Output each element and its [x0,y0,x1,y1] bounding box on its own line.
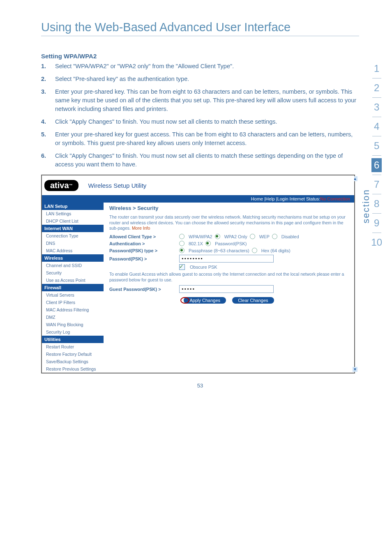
sidebar-item[interactable]: Restore Factory Default [42,350,104,358]
radio-wpawpa2[interactable] [179,234,184,239]
step-num: 5. [41,130,55,147]
sidebar-cat-wan[interactable]: Internet WAN [42,225,104,232]
auth-label: Authentication > [109,241,179,246]
page-number: 53 [41,383,359,389]
step-text: Click "Apply Changes" to finish. You mus… [55,118,277,126]
sidebar-item[interactable]: DHCP Client List [42,217,104,225]
embedded-screenshot: ▲ ativa™ Wireless Setup Utility Home |He… [41,175,355,373]
rail-7[interactable]: 7 [371,177,382,191]
sidebar-item[interactable]: Channel and SSID [42,262,104,269]
rail-6[interactable]: 6 [371,158,382,172]
psktype-label: Password(PSK) type > [109,248,179,253]
sidebar-item[interactable]: Security [42,269,104,277]
rail-2[interactable]: 2 [371,81,382,95]
step-num: 2. [41,75,55,83]
sidebar: LAN Setup LAN Settings DHCP Client List … [42,203,104,373]
rail-9[interactable]: 9 [371,216,382,230]
psk-label: Password(PSK) > [109,256,179,261]
sidebar-item[interactable]: DMZ [42,313,104,321]
sidebar-item[interactable]: Client IP Filters [42,299,104,306]
obscure-checkbox[interactable] [179,264,185,270]
page-title: Using the Web-Based Advanced User Interf… [41,21,359,36]
sidebar-item[interactable]: DNS [42,240,104,247]
step-text: Enter your pre-shared key for guest acce… [55,130,359,147]
sidebar-item[interactable]: Restart Router [42,343,104,350]
description: The router can transmit your data secure… [109,214,348,231]
apply-button[interactable]: Apply Changes [184,297,226,304]
sidebar-item[interactable]: Restore Previous Settings [42,365,104,373]
status-bar: Home |Help |Login Internet Status:No Con… [42,195,354,203]
rail-5[interactable]: 5 [371,139,382,153]
subheading: Setting WPA/WPA2 [41,53,359,60]
sidebar-cat-firewall[interactable]: Firewall [42,284,104,291]
clear-button[interactable]: Clear Changes [232,297,274,304]
radio-8021x[interactable] [179,241,184,246]
radio-hex[interactable] [252,248,257,253]
rail-4[interactable]: 4 [371,120,382,134]
utility-title: Wireless Setup Utility [88,182,147,189]
step-num: 3. [41,88,55,113]
radio-wep[interactable] [250,234,255,239]
radio-wpa2only[interactable] [215,234,220,239]
sidebar-item[interactable]: Connection Type [42,232,104,240]
sidebar-item[interactable]: Use as Access Point [42,277,104,284]
step-text: Select "Pre-shared key" as the authentic… [55,75,189,83]
guest-desc: To enable Guest Access which allows gues… [109,272,348,283]
radio-passphrase[interactable] [179,248,184,253]
step-num: 1. [41,62,55,71]
logo: ativa™ [44,180,78,191]
guest-psk-label: Guest Password(PSK) > [109,287,179,292]
sidebar-item[interactable]: Virtual Servers [42,291,104,299]
sidebar-item[interactable]: LAN Settings [42,210,104,217]
sidebar-cat-utilities[interactable]: Utilities [42,336,104,343]
rail-3[interactable]: 3 [371,100,382,114]
step-num: 4. [41,118,55,126]
status-value: No Connection [320,196,350,201]
rail-8[interactable]: 8 [371,197,382,211]
guest-psk-input[interactable] [179,285,274,293]
rail-10[interactable]: 10 [369,235,385,249]
sidebar-item[interactable]: Security Log [42,328,104,336]
step-num: 6. [41,152,55,169]
allowed-client-label: Allowed Client Type > [109,234,179,239]
radio-psk[interactable] [205,241,211,246]
psk-input[interactable] [179,255,274,263]
step-text: Select "WPA/WPA2" or "WPA2 only" from th… [55,62,234,71]
more-info-link[interactable]: More Info [132,226,150,230]
sidebar-item[interactable]: MAC Address Filtering [42,306,104,313]
sidebar-cat-wireless[interactable]: Wireless [42,254,104,262]
sidebar-item[interactable]: WAN Ping Blocking [42,321,104,328]
sidebar-item[interactable]: Save/Backup Settings [42,358,104,365]
sidebar-cat-lan[interactable]: LAN Setup [42,203,104,210]
breadcrumb: Wireless > Security [109,205,348,211]
step-text: Enter your pre-shared key. This can be f… [55,88,359,113]
sidebar-item[interactable]: MAC Address [42,247,104,254]
section-label: section [361,189,371,224]
steps-list: 1.Select "WPA/WPA2" or "WPA2 only" from … [41,62,359,169]
step-text: Click "Apply Changes" to finish. You mus… [55,152,359,169]
radio-disabled[interactable] [272,234,277,239]
scroll-down-icon[interactable]: ▼ [353,367,357,372]
rail-1[interactable]: 1 [371,62,382,76]
